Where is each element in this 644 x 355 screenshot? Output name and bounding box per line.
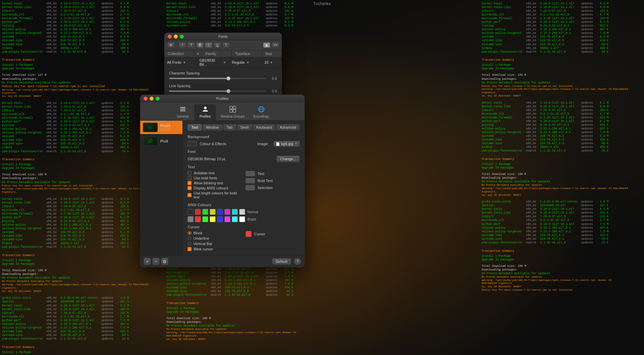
underline-option[interactable]: Underline — [187, 236, 242, 240]
ansi-bright-7[interactable] — [239, 216, 245, 222]
ansi-normal-7[interactable] — [239, 209, 245, 215]
underline-label: Underline — [193, 236, 209, 240]
profile-name-pro9: Pro9 — [160, 139, 168, 143]
bold-fonts-checkbox[interactable] — [187, 176, 192, 180]
cursor-radios: Block Underline Vertical Bar Blink curso… — [187, 231, 242, 252]
ansi-bright-0[interactable] — [187, 216, 194, 222]
profile-item-pro10[interactable]: ls -ladrwxr-rw-r Pro10 Default — [140, 121, 182, 134]
subtab-tab[interactable]: Tab — [223, 124, 236, 131]
vbar-option[interactable]: Vertical Bar — [187, 242, 242, 246]
italic2-btn[interactable]: I — [205, 42, 212, 48]
tab-encodings[interactable]: Encodings — [249, 104, 273, 120]
tab-profiles[interactable]: Profiles — [194, 104, 216, 120]
subtab-advanced[interactable]: Advanced — [276, 124, 300, 131]
font-section-label: Font — [187, 150, 300, 154]
bright-bold-checkbox[interactable] — [187, 193, 192, 197]
profile-thumb-pro9: $ cmdoutputdone — [143, 136, 158, 146]
ansi-bright-3[interactable] — [210, 216, 216, 222]
family-header: Family — [202, 50, 232, 57]
profiles-close-button[interactable] — [144, 97, 148, 101]
background-color-swatch[interactable] — [187, 141, 197, 146]
tighten-btn[interactable]: T — [187, 42, 195, 48]
ansi-bright-5[interactable] — [224, 216, 230, 222]
antialias-row: Antialias text — [187, 171, 242, 175]
close-button[interactable] — [168, 35, 172, 39]
svg-rect-7 — [233, 110, 236, 112]
cursor-color-swatch[interactable] — [246, 231, 252, 237]
subtab-keyboard[interactable]: Keyboard — [253, 124, 276, 131]
vbar-radio[interactable] — [187, 242, 192, 246]
profile-subtitle-pro10: Default — [160, 128, 170, 131]
ansi-normal-3[interactable] — [210, 209, 216, 215]
remove-profile-button[interactable]: − — [152, 258, 160, 265]
size-select[interactable]: 10 ▼ — [262, 57, 282, 67]
tab-general[interactable]: General — [172, 104, 194, 120]
ansi-label: Display ANSI colours — [194, 186, 228, 190]
underline-radio[interactable] — [187, 236, 192, 240]
subtab-shell[interactable]: Shell — [237, 124, 252, 131]
ansi-bright-6[interactable] — [232, 216, 238, 222]
ansi-normal-6[interactable] — [232, 209, 238, 215]
svg-rect-2 — [180, 110, 185, 111]
selection-color-swatch[interactable] — [246, 185, 255, 190]
block-radio[interactable] — [187, 231, 192, 235]
profiles-title: Profiles — [216, 97, 229, 101]
maximize-button[interactable] — [180, 35, 184, 39]
line-spacing-slider[interactable] — [169, 91, 266, 92]
profiles-content: ls -ladrwxr-rw-r Pro10 Default $ cmdoutp… — [140, 121, 305, 255]
color-btn[interactable]: ◼ — [263, 42, 270, 48]
subtab-text[interactable]: Text — [187, 124, 202, 131]
subtab-window[interactable]: Window — [202, 124, 223, 131]
tab-window-groups[interactable]: Window Groups — [217, 104, 249, 120]
bold-text-color-swatch[interactable] — [246, 178, 255, 183]
general-icon — [179, 106, 186, 114]
tab-profiles-label: Profiles — [200, 115, 211, 118]
default-button[interactable]: Default — [272, 258, 291, 265]
tab-general-label: General — [177, 115, 189, 118]
profiles-minimize-button[interactable] — [150, 97, 154, 101]
ansi-checkbox[interactable] — [187, 186, 192, 190]
profiles-footer: + − ⚙ Default ? — [140, 255, 305, 267]
ansi-normal-0[interactable] — [187, 209, 194, 215]
profile-item-pro9[interactable]: $ cmdoutputdone Pro9 — [140, 134, 182, 148]
more-btn[interactable]: >> — [272, 42, 279, 48]
settings-button[interactable]: ⚙ — [161, 258, 168, 265]
profiles-maximize-button[interactable] — [156, 97, 160, 101]
gear-btn[interactable]: ⚙ — [167, 42, 175, 48]
ansi-normal-2[interactable] — [202, 209, 208, 215]
underline-btn[interactable]: U — [214, 42, 221, 48]
antialias-checkbox[interactable] — [187, 171, 192, 175]
family-select[interactable]: GB18030 Bit... ▼ — [197, 57, 229, 67]
text-color-swatch[interactable] — [246, 171, 255, 176]
blink-cursor-row: Blink cursor — [187, 247, 242, 251]
bold-btn[interactable]: B — [196, 42, 204, 48]
fonts-window: Fonts ⚙ I T B I U T ◼ >> Collection + Fa… — [164, 33, 282, 100]
text-btn[interactable]: T — [222, 42, 230, 48]
svg-rect-0 — [180, 107, 185, 108]
ansi-normal-5[interactable] — [224, 209, 230, 215]
char-spacing-slider[interactable] — [169, 78, 266, 79]
image-select[interactable]: 📄 bg5.jpg ▼ — [273, 141, 300, 147]
cursor-options: Block Underline Vertical Bar Blink curso… — [187, 231, 300, 252]
italic-btn[interactable]: I — [179, 42, 186, 48]
font-value: GB18030 Bitmap 10 pt. — [187, 157, 226, 161]
ansi-bright-1[interactable] — [195, 216, 201, 222]
all-fonts-select[interactable]: All Fonts ▼ — [164, 57, 197, 67]
ansi-normal-1[interactable] — [195, 209, 201, 215]
add-collection-btn[interactable]: + — [197, 51, 199, 56]
block-option[interactable]: Block — [187, 231, 242, 235]
fonts-cols-header: Collection + Family Typeface Size — [164, 50, 282, 57]
ansi-bright-2[interactable] — [202, 216, 208, 222]
ansi-normal-4[interactable] — [217, 209, 223, 215]
blinking-checkbox[interactable] — [187, 181, 192, 185]
ansi-bright-4[interactable] — [217, 216, 223, 222]
help-button[interactable]: ? — [294, 258, 301, 265]
minimize-button[interactable] — [174, 35, 178, 39]
svg-point-3 — [204, 107, 207, 109]
typeface-select[interactable]: Regular ▼ — [229, 57, 262, 67]
change-font-button[interactable]: Change... — [276, 156, 300, 162]
add-profile-button[interactable]: + — [144, 258, 151, 265]
ansi-row: Display ANSI colours — [187, 186, 242, 190]
profiles-icon — [202, 106, 209, 114]
blink-cursor-checkbox[interactable] — [187, 247, 192, 251]
